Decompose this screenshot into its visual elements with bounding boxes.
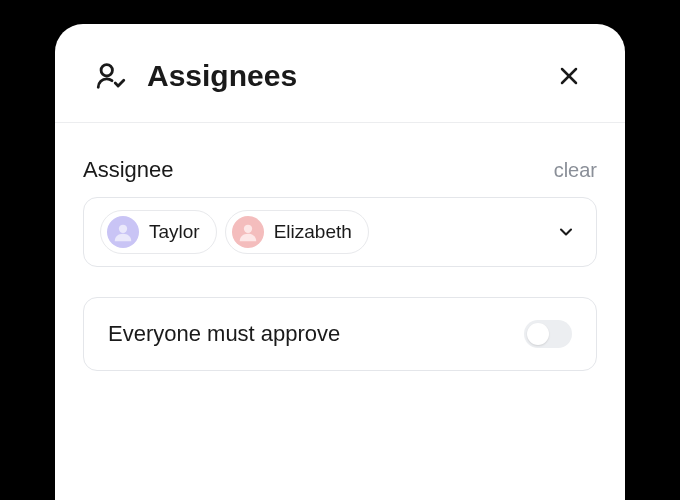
chip-name: Taylor (149, 221, 200, 243)
svg-point-0 (101, 65, 112, 76)
assignee-select[interactable]: Taylor Elizabeth (83, 197, 597, 267)
panel-body: Assignee clear Taylor (55, 123, 625, 371)
avatar (232, 216, 264, 248)
svg-point-3 (119, 225, 127, 233)
assignee-label: Assignee (83, 157, 174, 183)
clear-button[interactable]: clear (554, 159, 597, 182)
avatar (107, 216, 139, 248)
svg-point-4 (244, 225, 252, 233)
panel-title: Assignees (147, 59, 551, 93)
chip-name: Elizabeth (274, 221, 352, 243)
toggle-knob (527, 323, 549, 345)
approve-toggle-row: Everyone must approve (83, 297, 597, 371)
assignee-chip[interactable]: Taylor (100, 210, 217, 254)
close-button[interactable] (551, 58, 587, 94)
assignee-chip[interactable]: Elizabeth (225, 210, 369, 254)
approve-toggle-label: Everyone must approve (108, 321, 340, 347)
assignees-panel: Assignees Assignee clear (55, 24, 625, 500)
person-icon (112, 221, 134, 243)
close-icon (557, 64, 581, 88)
approve-toggle[interactable] (524, 320, 572, 348)
person-icon (237, 221, 259, 243)
assignee-chips: Taylor Elizabeth (100, 210, 544, 254)
assignee-field-header: Assignee clear (83, 157, 597, 183)
chevron-down-icon (552, 218, 580, 246)
person-check-icon (93, 58, 129, 94)
panel-header: Assignees (55, 24, 625, 123)
